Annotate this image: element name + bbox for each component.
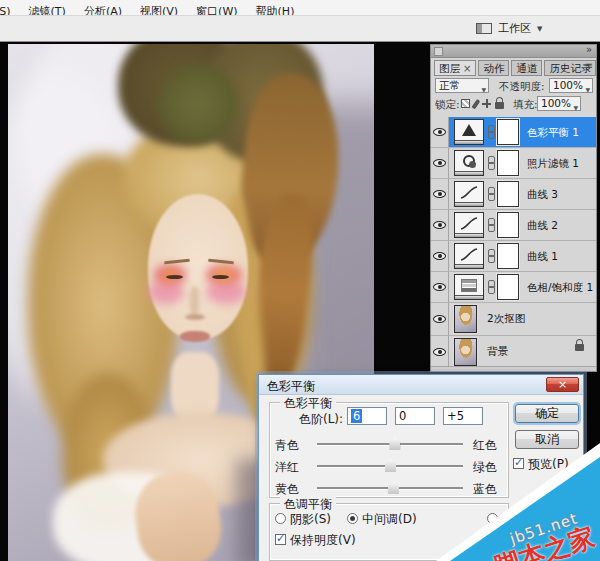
lock-icon — [575, 344, 584, 351]
eye-icon — [433, 128, 446, 136]
visibility-toggle[interactable] — [431, 179, 449, 209]
yellow-blue-slider[interactable] — [317, 487, 463, 489]
collapse-panel-icon[interactable]: » — [586, 44, 592, 55]
shadows-radio[interactable] — [275, 513, 286, 524]
photo-nose — [190, 286, 199, 316]
midtones-radio[interactable] — [347, 513, 358, 524]
levels-input-1[interactable]: 6 — [347, 407, 387, 425]
opacity-label: 不透明度: — [499, 80, 545, 94]
cyan-red-slider[interactable] — [317, 443, 463, 445]
visibility-toggle[interactable] — [431, 117, 449, 147]
layer-mask-thumbnail[interactable] — [497, 119, 519, 145]
lock-icons — [461, 98, 504, 109]
menu-item-analysis[interactable]: 分析(A) — [75, 3, 131, 16]
layer-thumbnail[interactable] — [454, 305, 477, 333]
layer-row-background[interactable]: 背景 — [431, 336, 596, 369]
adjustment-thumbnail[interactable] — [454, 274, 484, 300]
visibility-toggle[interactable] — [431, 336, 449, 368]
lock-transparency-icon[interactable] — [461, 99, 470, 108]
levels-label: 色阶(L): — [299, 411, 343, 428]
layer-row-curves-2[interactable]: 曲线 2 — [431, 210, 596, 241]
visibility-toggle[interactable] — [431, 272, 449, 302]
workspace-button[interactable]: 工作区 ▼ — [468, 19, 550, 38]
options-bar: 工作区 ▼ — [0, 16, 600, 42]
panel-footer — [431, 366, 596, 371]
selected-text: 6 — [351, 409, 362, 423]
layer-mask-thumbnail[interactable] — [497, 181, 519, 207]
photo-nose — [185, 314, 205, 320]
levels-input-2[interactable]: 0 — [395, 407, 435, 425]
shadows-label: 阴影(S) — [290, 511, 331, 528]
ok-button[interactable]: 确定 — [515, 404, 579, 423]
cancel-button[interactable]: 取消 — [515, 430, 579, 449]
menu-item-select[interactable]: (S) — [0, 4, 20, 16]
visibility-toggle[interactable] — [431, 241, 449, 271]
layer-row-curves-3[interactable]: 曲线 3 — [431, 179, 596, 210]
photo-headdress — [158, 64, 238, 144]
layer-row-color-balance-1[interactable]: 色彩平衡 1 — [431, 117, 596, 148]
blend-mode-select[interactable]: 正常 — [435, 78, 489, 93]
eye-icon — [433, 159, 446, 167]
visibility-toggle[interactable] — [431, 210, 449, 240]
tab-channels[interactable]: 通道 — [511, 60, 542, 76]
photo-eye — [166, 275, 183, 279]
group-title: 色彩平衡 — [280, 395, 336, 412]
fill-label: 填充: — [513, 98, 538, 112]
adjustment-thumbnail[interactable] — [454, 150, 484, 176]
eye-icon — [433, 348, 446, 356]
levels-input-3[interactable]: +5 — [443, 407, 483, 425]
green-label: 绿色 — [473, 459, 507, 476]
photo-eye — [212, 275, 229, 279]
close-button[interactable]: × — [546, 377, 579, 392]
adjustment-thumbnail[interactable] — [454, 243, 484, 269]
link-icon — [488, 249, 494, 263]
preserve-luminosity-checkbox[interactable] — [275, 534, 286, 545]
adjustment-thumbnail[interactable] — [454, 212, 484, 238]
lock-position-icon[interactable] — [482, 99, 491, 108]
adjustment-thumbnail[interactable] — [454, 181, 484, 207]
eye-icon — [433, 315, 446, 323]
color-balance-icon — [462, 124, 476, 136]
link-icon — [488, 125, 494, 139]
chevron-down-icon: ▼ — [537, 25, 542, 33]
layer-mask-thumbnail[interactable] — [497, 212, 519, 238]
lock-pixels-icon[interactable] — [471, 98, 480, 108]
visibility-toggle[interactable] — [431, 148, 449, 178]
fill-value[interactable]: 100% — [537, 96, 581, 111]
layer-mask-thumbnail[interactable] — [497, 274, 519, 300]
layer-row-hue-saturation-1[interactable]: 色相/饱和度 1 — [431, 272, 596, 303]
opacity-value[interactable]: 100% — [549, 78, 593, 93]
adjustment-thumbnail[interactable] — [454, 119, 484, 145]
lock-all-icon[interactable] — [495, 102, 504, 109]
workspace-label: 工作区 — [498, 21, 531, 36]
layer-row-cutout[interactable]: 2次抠图 — [431, 303, 596, 336]
photo-lips — [180, 331, 210, 342]
layer-mask-thumbnail[interactable] — [497, 150, 519, 176]
link-icon — [488, 280, 494, 294]
dialog-title: 色彩平衡 — [267, 378, 315, 395]
workspace-icon — [476, 23, 492, 34]
panel-header[interactable]: » — [431, 45, 596, 58]
magenta-green-slider[interactable] — [317, 465, 463, 467]
layer-name: 曲线 3 — [527, 188, 558, 202]
menu-item-view[interactable]: 视图(V) — [131, 3, 187, 16]
visibility-toggle[interactable] — [431, 303, 449, 335]
menu-item-filter[interactable]: 滤镜(T) — [20, 3, 75, 16]
photoshop-window: (S)滤镜(T)分析(A)视图(V)窗口(W)帮助(H) 工作区 ▼ — [0, 0, 600, 561]
dialog-titlebar[interactable]: 色彩平衡 × — [259, 375, 583, 395]
layer-row-curves-1[interactable]: 曲线 1 — [431, 241, 596, 272]
menu-item-help[interactable]: 帮助(H) — [247, 3, 304, 16]
layer-mask-thumbnail[interactable] — [497, 243, 519, 269]
preserve-luminosity-label: 保持明度(V) — [290, 532, 356, 549]
menu-bar: (S)滤镜(T)分析(A)视图(V)窗口(W)帮助(H) — [0, 0, 600, 16]
close-tab-icon[interactable]: × — [463, 63, 471, 74]
preview-checkbox[interactable] — [513, 458, 524, 469]
tab-layers[interactable]: 图层× — [434, 60, 476, 76]
layer-row-photo-filter-1[interactable]: 照片滤镜 1 — [431, 148, 596, 179]
panel-menu-icon[interactable]: ≡ — [585, 60, 593, 71]
tab-actions[interactable]: 动作 — [478, 60, 509, 76]
magenta-label: 洋红 — [275, 459, 309, 476]
layer-thumbnail[interactable] — [454, 338, 477, 366]
tab-layers-label: 图层 — [439, 62, 460, 74]
menu-item-window[interactable]: 窗口(W) — [187, 3, 246, 16]
